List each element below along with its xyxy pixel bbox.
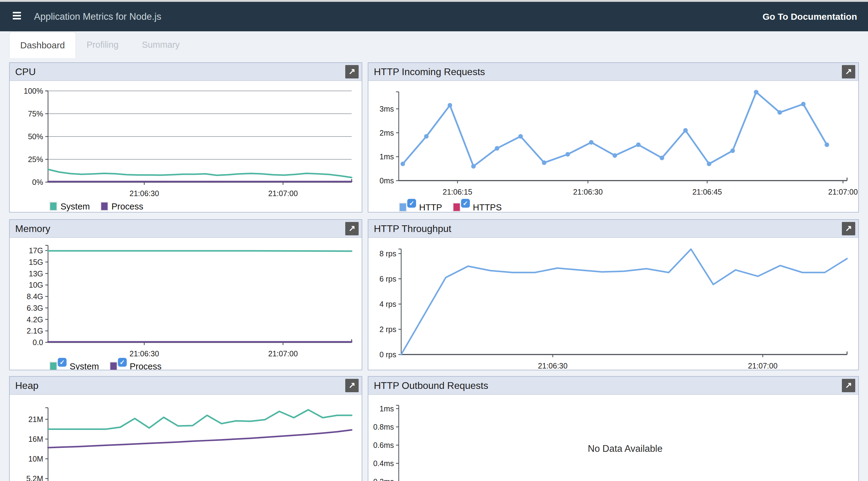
http-throughput-chart: 8 rps6 rps4 rps2 rps0 rps21:06:3021:07:0… [368,238,858,370]
expand-icon: ↗ [842,222,855,235]
no-data-message: No Data Available [496,443,754,454]
data-point [683,128,688,132]
svg-text:8.4G: 8.4G [27,292,43,301]
navbar: Application Metrics for Node.js Go To Do… [0,2,868,31]
legend-checkbox[interactable]: ✓ [58,358,67,367]
svg-text:0 rps: 0 rps [379,350,396,359]
panel-cpu-header: CPU ↗ [10,63,362,81]
svg-text:75%: 75% [28,110,43,118]
data-point [777,110,782,115]
data-point [754,90,758,94]
panel-title: Memory [15,220,51,237]
data-point [589,140,594,145]
expand-button[interactable]: ↗ [842,222,855,235]
svg-text:10M: 10M [28,455,43,463]
data-point [730,148,735,153]
svg-text:6.3G: 6.3G [27,304,43,312]
data-point [448,103,452,108]
memory-chart-svg: 17G15G13G10G8.4G6.3G4.2G2.1G0.021:06:302… [10,238,361,357]
heap-chart: 21M16M10M5.2M [10,395,362,481]
legend-label: System [70,362,99,370]
panel-memory-body: 17G15G13G10G8.4G6.3G4.2G2.1G0.021:06:302… [10,238,362,370]
svg-text:0.2ms: 0.2ms [373,477,394,481]
svg-text:10G: 10G [29,281,43,289]
svg-text:2ms: 2ms [380,129,394,137]
data-point [495,146,499,151]
data-point [707,162,711,166]
legend-label: System [60,202,90,211]
legend-swatch [49,362,57,370]
data-point [542,160,547,165]
panel-http-throughput: HTTP Throughput ↗ 8 rps6 rps4 rps2 rps0 … [368,219,859,370]
cpu-legend: SystemProcess [49,198,362,211]
expand-button[interactable]: ↗ [345,65,359,79]
svg-text:0.0: 0.0 [33,338,43,347]
svg-text:1ms: 1ms [380,404,394,413]
legend-swatch [110,362,118,370]
check-icon: ✓ [119,359,125,366]
legend-checkbox[interactable]: ✓ [118,358,127,367]
data-point [565,152,570,157]
data-point [612,153,617,158]
panel-title: HTTP Incoming Requests [374,63,485,81]
data-point [636,143,641,147]
tab-summary[interactable]: Summary [142,32,180,58]
svg-text:3ms: 3ms [380,104,394,113]
panel-cpu-body: 100%75%50%25%0%21:06:3021:07:00 SystemPr… [10,81,362,212]
cpu-chart: 100%75%50%25%0%21:06:3021:07:00 [10,81,362,197]
tab-profiling[interactable]: Profiling [87,32,119,58]
tab-bar: Dashboard Profiling Summary [0,31,868,62]
http-outbound-chart: 1ms0.8ms0.6ms0.4ms0.2ms [368,395,858,481]
legend-swatch [453,203,461,212]
check-icon: ✓ [409,200,414,207]
legend-item-process[interactable]: Process [100,202,144,211]
svg-text:6 rps: 6 rps [379,275,396,283]
data-point [401,162,405,166]
panel-heap: Heap ↗ 21M16M10M5.2M [9,376,362,481]
memory-chart: 17G15G13G10G8.4G6.3G4.2G2.1G0.021:06:302… [10,238,362,357]
svg-text:21M: 21M [28,415,43,424]
svg-text:2 rps: 2 rps [379,325,396,334]
panel-http-outbound-header: HTTP Outbound Requests ↗ [368,377,858,395]
tab-dashboard[interactable]: Dashboard [9,32,76,58]
svg-text:16M: 16M [28,435,43,443]
series-line-heap-size [48,410,352,429]
expand-icon: ↗ [345,65,359,79]
legend-label: Process [130,362,162,370]
legend-label: HTTPS [473,203,502,212]
incoming-chart-svg: 3ms2ms1ms0ms21:06:1521:06:3021:06:4521:0… [368,81,858,198]
svg-text:2.1G: 2.1G [27,327,43,335]
svg-text:0%: 0% [32,178,43,186]
check-icon: ✓ [463,200,468,207]
legend-item-system[interactable]: System [49,202,90,211]
legend-checkbox[interactable]: ✓ [461,199,470,208]
menu-icon[interactable] [13,12,21,21]
outbound-chart-svg: 1ms0.8ms0.6ms0.4ms0.2ms [368,395,858,481]
legend-item-process[interactable]: ✓Process [110,362,162,370]
svg-text:21:06:30: 21:06:30 [573,188,603,196]
data-point [518,134,523,139]
series-line-throughput [401,249,847,355]
legend-item-http[interactable]: ✓HTTP [399,203,442,212]
expand-button[interactable]: ↗ [345,222,359,235]
svg-text:21:07:00: 21:07:00 [268,349,298,357]
app-title: Application Metrics for Node.js [34,2,161,31]
panel-memory-header: Memory ↗ [10,220,362,238]
check-icon: ✓ [60,359,65,366]
go-to-documentation-link[interactable]: Go To Documentation [763,2,857,31]
panel-http-throughput-body: 8 rps6 rps4 rps2 rps0 rps21:06:3021:07:0… [368,238,858,370]
svg-text:5.2M: 5.2M [26,474,43,481]
data-point [424,134,429,139]
panel-cpu: CPU ↗ 100%75%50%25%0%21:06:3021:07:00 Sy… [9,62,362,213]
legend-item-system[interactable]: ✓System [49,362,99,370]
panel-heap-header: Heap ↗ [10,377,362,395]
legend-label: HTTP [419,203,442,212]
expand-button[interactable]: ↗ [842,379,855,392]
legend-checkbox[interactable]: ✓ [407,199,416,208]
svg-text:0.4ms: 0.4ms [373,459,394,468]
panel-http-outbound-requests: HTTP Outbound Requests ↗ 1ms0.8ms0.6ms0.… [368,376,859,481]
expand-button[interactable]: ↗ [842,65,855,79]
expand-button[interactable]: ↗ [345,379,359,392]
legend-item-https[interactable]: ✓HTTPS [453,203,502,212]
panel-title: Heap [15,377,39,394]
